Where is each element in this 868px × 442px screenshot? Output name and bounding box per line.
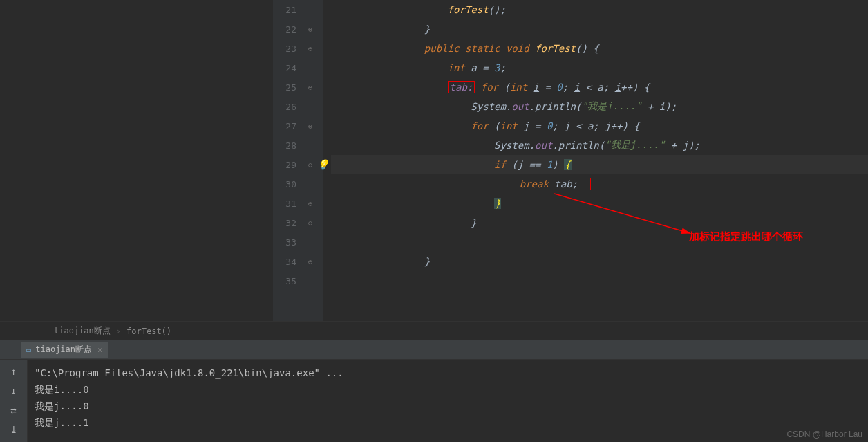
- fold-toggle[interactable]: ⊖: [301, 122, 320, 130]
- fold-toggle[interactable]: ⊖: [301, 258, 320, 266]
- fold-toggle[interactable]: ⊖: [301, 45, 320, 53]
- run-toolbar: ↑ ↓ ⇄ ⤓: [0, 360, 28, 442]
- code-line[interactable]: forTest();: [331, 0, 868, 19]
- line-number: 25: [273, 82, 301, 93]
- console-output[interactable]: "C:\Program Files\Java\jdk1.8.0_221\bin\…: [28, 360, 868, 442]
- run-tab-label: tiaojian断点: [35, 344, 92, 356]
- line-number: 31: [273, 199, 301, 209]
- gutter-row[interactable]: 22⊖: [273, 19, 323, 39]
- console-line: 我是j....0: [35, 398, 861, 414]
- fold-toggle[interactable]: ⊖: [301, 219, 320, 227]
- breadcrumb: tiaojian断点 › forTest(): [0, 321, 868, 340]
- breadcrumb-item[interactable]: tiaojian断点: [54, 325, 111, 337]
- console-line: 我是i....0: [35, 381, 861, 398]
- gutter-row[interactable]: 26: [273, 97, 323, 116]
- code-line[interactable]: }: [331, 19, 868, 39]
- line-number: 34: [273, 257, 301, 267]
- code-line[interactable]: System.out.println("我是i...." + i);: [331, 97, 868, 116]
- annotation-highlight-box: break tab;: [518, 178, 591, 190]
- gutter-row[interactable]: 34⊖: [273, 252, 323, 271]
- close-icon[interactable]: ×: [97, 345, 102, 355]
- code-line[interactable]: int a = 3;: [331, 58, 868, 77]
- code-column[interactable]: forTest(); } public static void forTest(…: [323, 0, 868, 321]
- line-number: 32: [273, 218, 301, 228]
- code-line[interactable]: }: [331, 194, 868, 213]
- fold-toggle[interactable]: ⊖: [301, 200, 320, 208]
- breadcrumb-item[interactable]: forTest(): [126, 326, 171, 336]
- gutter-row[interactable]: 21: [273, 0, 323, 19]
- console-line: "C:\Program Files\Java\jdk1.8.0_221\bin\…: [35, 365, 861, 381]
- run-tab-bar: ▭ tiaojian断点 ×: [0, 340, 868, 360]
- line-number: 35: [273, 276, 301, 286]
- watermark: CSDN @Harbor Lau: [786, 430, 862, 439]
- line-number: 21: [273, 5, 301, 15]
- gutter-row[interactable]: 35: [273, 271, 323, 291]
- line-number: 29: [273, 160, 301, 170]
- code-line[interactable]: public static void forTest() {: [331, 39, 868, 58]
- gutter-row[interactable]: 27⊖: [273, 116, 323, 136]
- gutter-row[interactable]: 30: [273, 174, 323, 194]
- gutter-row[interactable]: 24: [273, 58, 323, 77]
- export-icon[interactable]: ⤓: [10, 424, 18, 435]
- code-line[interactable]: 💡 if (j == 1) {: [331, 155, 868, 174]
- line-number: 24: [273, 63, 301, 73]
- code-line[interactable]: System.out.println("我是j...." + j);: [331, 136, 868, 155]
- fold-toggle[interactable]: ⊖: [301, 84, 320, 91]
- line-number: 33: [273, 237, 301, 248]
- intention-bulb-icon[interactable]: 💡: [317, 159, 329, 170]
- code-line[interactable]: break tab;: [331, 174, 868, 194]
- breadcrumb-separator: ›: [116, 326, 121, 336]
- console-line: 我是j....1: [35, 414, 861, 431]
- annotation-highlight-box: tab:: [448, 81, 475, 93]
- run-config-icon: ▭: [26, 345, 31, 355]
- annotation-text: 加标记指定跳出哪个循环: [689, 230, 803, 243]
- code-line[interactable]: }: [331, 252, 868, 271]
- line-number: 23: [273, 44, 301, 54]
- fold-toggle[interactable]: ⊖: [301, 26, 320, 33]
- line-number: 22: [273, 24, 301, 35]
- code-line[interactable]: tab: for (int i = 0; i < a; i++) {: [331, 77, 868, 97]
- gutter-row[interactable]: 32⊖: [273, 213, 323, 232]
- line-number: 28: [273, 140, 301, 151]
- gutter-row[interactable]: 25⊖: [273, 77, 323, 97]
- line-number: 26: [273, 102, 301, 112]
- gutter-row[interactable]: 31⊖: [273, 194, 323, 213]
- code-line[interactable]: }: [331, 213, 868, 232]
- editor-left-margin: [0, 0, 273, 321]
- gutter-row[interactable]: 23⊖: [273, 39, 323, 58]
- code-line[interactable]: for (int j = 0; j < a; j++) {: [331, 116, 868, 136]
- gutter-row[interactable]: 33: [273, 232, 323, 252]
- gutter: 2122⊖23⊖2425⊖2627⊖2829⊖3031⊖32⊖3334⊖35: [273, 0, 323, 321]
- scroll-down-icon[interactable]: ↓: [10, 385, 16, 396]
- line-number: 30: [273, 179, 301, 190]
- line-number: 27: [273, 121, 301, 131]
- soft-wrap-icon[interactable]: ⇄: [10, 405, 16, 416]
- run-panel: ↑ ↓ ⇄ ⤓ "C:\Program Files\Java\jdk1.8.0_…: [0, 360, 868, 442]
- code-line[interactable]: [331, 271, 868, 291]
- gutter-row[interactable]: 28: [273, 136, 323, 155]
- gutter-row[interactable]: 29⊖: [273, 155, 323, 174]
- editor-area: 2122⊖23⊖2425⊖2627⊖2829⊖3031⊖32⊖3334⊖35 f…: [0, 0, 868, 321]
- scroll-up-icon[interactable]: ↑: [10, 366, 16, 377]
- run-tab[interactable]: ▭ tiaojian断点 ×: [21, 342, 108, 358]
